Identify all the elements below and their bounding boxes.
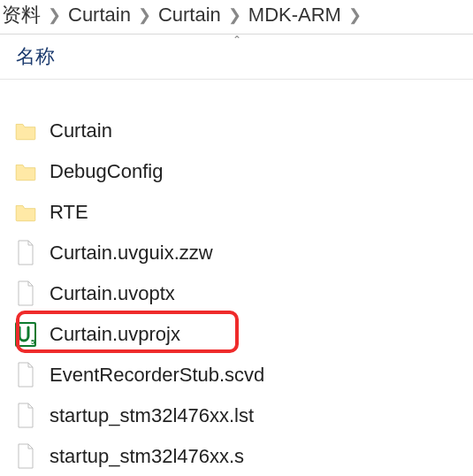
chevron-right-icon: ❯ [343, 5, 367, 25]
file-name-label: startup_stm32l476xx.lst [50, 404, 254, 427]
breadcrumb-segment-2[interactable]: Curtain [156, 4, 223, 27]
file-name-label: DebugConfig [50, 160, 163, 183]
list-item[interactable]: DebugConfig [12, 151, 473, 192]
document-icon [12, 401, 39, 431]
list-item[interactable]: EventRecorderStub.scvd [12, 355, 473, 395]
breadcrumb-segment-0[interactable]: 资料 [0, 2, 42, 28]
folder-icon [12, 116, 39, 146]
document-icon [12, 279, 39, 309]
column-header-row: ⌃ 名称 [0, 35, 473, 80]
list-item[interactable]: startup_stm32l476xx.lst [12, 395, 473, 436]
list-item[interactable]: Curtain.uvguix.zzw [12, 233, 473, 273]
folder-icon [12, 157, 39, 187]
list-item[interactable]: Curtain [12, 111, 473, 151]
file-name-label: Curtain.uvoptx [50, 282, 175, 305]
file-name-label: RTE [50, 201, 88, 224]
list-item[interactable]: Curtain.uvoptx [12, 273, 473, 314]
file-list: Curtain DebugConfig RTE Curtain.uvguix.z… [0, 80, 473, 476]
breadcrumb-segment-3[interactable]: MDK-ARM [247, 4, 343, 27]
document-icon [12, 441, 39, 472]
column-header-name[interactable]: 名称 [16, 45, 55, 67]
uvision-project-icon: 5 [12, 319, 39, 349]
file-name-label: EventRecorderStub.scvd [50, 364, 264, 387]
svg-text:5: 5 [31, 338, 35, 346]
chevron-right-icon: ❯ [223, 5, 247, 25]
document-icon [12, 360, 39, 390]
file-name-label: startup_stm32l476xx.s [50, 445, 244, 468]
chevron-right-icon: ❯ [42, 5, 66, 25]
file-name-label: Curtain.uvguix.zzw [50, 242, 213, 265]
document-icon [12, 238, 39, 268]
file-name-label: Curtain [50, 119, 112, 142]
breadcrumb[interactable]: 资料 ❯ Curtain ❯ Curtain ❯ MDK-ARM ❯ [0, 0, 473, 35]
chevron-right-icon: ❯ [133, 5, 156, 25]
collapse-caret-icon[interactable]: ⌃ [233, 34, 241, 46]
file-name-label: Curtain.uvprojx [50, 323, 180, 346]
breadcrumb-segment-1[interactable]: Curtain [66, 4, 133, 27]
list-item[interactable]: RTE [12, 192, 473, 233]
folder-icon [12, 197, 39, 227]
list-item-highlighted[interactable]: 5 Curtain.uvprojx [12, 314, 473, 355]
list-item[interactable]: startup_stm32l476xx.s [12, 436, 473, 476]
